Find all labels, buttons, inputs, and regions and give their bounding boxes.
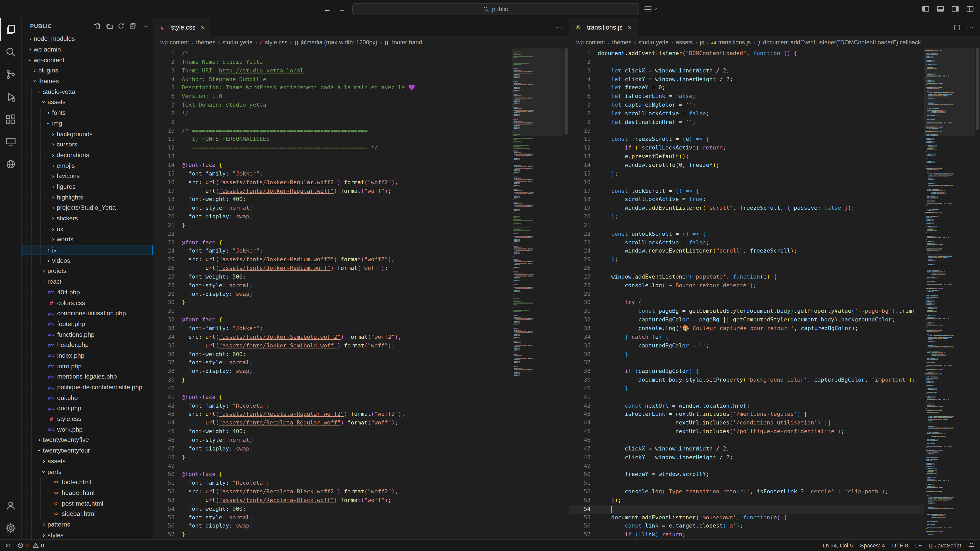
breadcrumb-item[interactable]: themes [196,39,215,45]
tree-folder-twentytwentyfive[interactable]: ›twentytwentyfive [22,435,153,445]
tree-folder-ux[interactable]: ›ux [22,224,153,234]
chevron-icon[interactable]: › [40,468,48,475]
code-line[interactable]: 32capturedBgColor = pageBg || getCompute… [569,316,924,324]
tree-folder-twentytwentyfour[interactable]: ›twentytwentyfour [22,445,153,456]
close-tab-icon[interactable]: × [628,23,632,32]
new-folder-icon[interactable] [106,22,113,30]
code-line[interactable]: 20 font-display: swap; [153,213,512,221]
tree-file-footer.php[interactable]: phpfooter.php [22,319,153,329]
language-mode[interactable]: {} JavaScript [929,542,961,548]
tree-folder-img[interactable]: ›img [22,118,153,129]
code-line[interactable]: 40 [153,385,512,393]
code-line[interactable]: 53 url("assets/fonts/Recoleta-Black.woff… [153,496,512,505]
code-line[interactable]: 22const unlockScroll = () => { [569,230,924,238]
code-line[interactable]: 31 [153,307,512,316]
breadcrumb-item[interactable]: themes [612,39,631,45]
tree-file-footer.html[interactable]: <>footer.html [22,477,153,487]
back-button[interactable]: ← [322,5,332,13]
code-line[interactable]: 28console.log('⬅ Bouton retour détecté')… [569,282,924,290]
code-line[interactable]: 5Description: Thème WordPress entièremen… [153,84,512,93]
editor-layout-control[interactable] [644,5,658,13]
code-line[interactable]: 5let freezeY = 0; [569,84,924,93]
tree-folder-patterns[interactable]: ›patterns [22,519,153,530]
code-line[interactable]: 48} [153,453,512,462]
tree-folder-assets[interactable]: ›assets [22,456,153,466]
tree-folder-words[interactable]: ›words [22,234,153,245]
customize-layout-icon[interactable] [966,5,974,13]
chevron-icon[interactable]: › [27,46,34,53]
code-line[interactable]: 54 [569,505,924,513]
code-line[interactable]: 57if (!link) return; [569,531,924,540]
code-line[interactable]: 38 font-display: swap; [153,367,512,376]
chevron-icon[interactable]: › [40,99,48,106]
chevron-icon[interactable]: › [49,215,57,222]
code-line[interactable]: 27 font-weight: 500; [153,273,512,282]
more-actions-icon[interactable]: ⋯ [141,22,148,30]
code-line[interactable]: 15}; [569,170,924,179]
code-line[interactable]: 32@font-face { [153,316,512,324]
code-line[interactable]: 33 font-family: "Jokker"; [153,324,512,333]
tree-file-politique-de-confidentialite.php[interactable]: phppolitique-de-confidentialite.php [22,382,153,392]
close-tab-icon[interactable]: × [200,23,205,32]
code-line[interactable]: 47 font-display: swap; [153,445,512,454]
breadcrumb-item[interactable]: js [700,39,704,45]
breadcrumb-item[interactable]: {}@media (max-width: 1200px) [294,39,377,45]
code-line[interactable]: 23scrollLockActive = false; [569,238,924,247]
breadcrumb-item[interactable]: wp-content [576,39,605,45]
extensions-icon[interactable] [0,108,21,130]
breadcrumb-item[interactable]: assets [676,39,693,45]
code-line[interactable]: 9let destinationHref = ''; [569,118,924,127]
breadcrumb-item[interactable]: ƒdocument.addEventListener("DOMContentLo… [758,39,921,45]
code-line[interactable]: 37 [569,359,924,368]
browser-preview-icon[interactable] [0,153,21,176]
code-line[interactable]: 10/* ===================================… [153,127,512,135]
code-line[interactable]: 21} [153,221,512,230]
toggle-primary-sidebar-icon[interactable] [922,5,929,13]
code-line[interactable]: 46 [569,436,924,445]
tree-file-404.php[interactable]: php404.php [22,287,153,297]
code-line[interactable]: 45 font-weight: 400; [153,427,512,436]
tree-folder-styles[interactable]: ›styles [22,530,153,539]
code-line[interactable]: 39} [153,376,512,385]
tree-folder-node_modules[interactable]: ›node_modules [22,34,153,44]
code-line[interactable]: 28 font-style: normal; [153,282,512,290]
code-line[interactable]: 44 url("assets/fonts/Recoleta-Regular.wo… [153,419,512,428]
code-line[interactable]: 21 [569,221,924,230]
tree-folder-studio-yetta[interactable]: ›studio-yetta [22,86,153,97]
code-line[interactable]: 30} [153,299,512,307]
toggle-secondary-sidebar-icon[interactable] [951,5,959,13]
code-line[interactable]: 51 font-family: "Recoleta"; [153,479,512,488]
chevron-icon[interactable]: › [45,257,52,264]
code-line[interactable]: 42 font-family: "Recoleta"; [153,402,512,410]
code-line[interactable]: 4Author: Stéphane Duboille [153,75,512,84]
code-line[interactable]: 44 nextUrl.includes('/conditions-utilisa… [569,419,924,428]
code-line[interactable]: 50@font-face { [153,471,512,479]
more-editor-actions-icon[interactable]: ⋯ [555,23,563,32]
chevron-icon[interactable]: › [45,109,52,116]
tree-file-work.php[interactable]: phpwork.php [22,424,153,435]
tree-file-mentions-legales.php[interactable]: phpmentions-legales.php [22,372,153,382]
tab-style-css[interactable]: # style.css × [153,18,210,36]
code-line[interactable]: 33console.log('🎨 Couleur capturée pour r… [569,324,924,333]
chevron-icon[interactable]: › [49,183,57,190]
chevron-icon[interactable]: › [49,225,57,232]
chevron-icon[interactable]: › [49,204,57,211]
tree-file-intro.php[interactable]: phpintro.php [22,361,153,372]
code-line[interactable]: 34 src: url("assets/fonts/Jokker-Semibol… [153,333,512,342]
editor-scrollbar[interactable] [975,48,980,539]
code-line[interactable]: 30try { [569,299,924,307]
code-line[interactable]: 25}; [569,256,924,265]
code-line[interactable]: 46 font-style: normal; [153,436,512,445]
chevron-icon[interactable]: › [49,130,57,138]
code-line[interactable]: 14@font-face { [153,161,512,170]
code-line[interactable]: 51 [569,479,924,488]
code-line[interactable]: 2 [569,58,924,67]
chevron-icon[interactable]: › [40,457,48,465]
tree-folder-projets[interactable]: ›projets [22,266,153,276]
source-control-icon[interactable] [0,63,21,86]
cursor-position[interactable]: Ln 54, Col 5 [822,542,853,548]
tree-folder-stickers[interactable]: ›stickers [22,213,153,224]
tree-file-colors.css[interactable]: #colors.css [22,297,153,308]
tree-folder-cursors[interactable]: ›cursors [22,139,153,150]
code-line[interactable]: 13 [153,152,512,161]
